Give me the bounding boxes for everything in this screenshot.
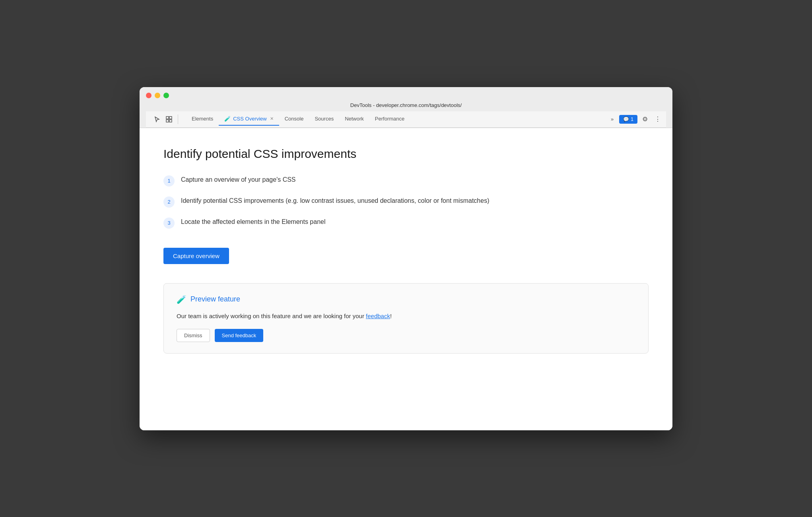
divider <box>178 115 178 124</box>
step-number-2: 2 <box>163 196 175 208</box>
tab-css-overview-label: CSS Overview <box>233 116 267 122</box>
preview-feature-title: Preview feature <box>190 295 240 303</box>
steps-list: 1 Capture an overview of your page's CSS… <box>163 175 649 229</box>
more-icon: ⋮ <box>655 115 661 123</box>
notification-count: 1 <box>631 117 633 122</box>
step-number-1: 1 <box>163 175 175 187</box>
tab-performance[interactable]: Performance <box>369 113 410 126</box>
preview-header: 🧪 Preview feature <box>177 295 635 304</box>
tab-toolbar <box>149 111 183 127</box>
step-item-2: 2 Identify potential CSS improvements (e… <box>163 196 649 208</box>
inspect-icon[interactable] <box>164 115 174 124</box>
tab-sources-label: Sources <box>315 116 334 122</box>
preview-feature-box: 🧪 Preview feature Our team is actively w… <box>163 283 649 354</box>
title-bar: DevTools - developer.chrome.com/tags/dev… <box>140 87 672 128</box>
step-text-3: Locate the affected elements in the Elem… <box>181 217 326 227</box>
tab-css-overview[interactable]: 🧪 CSS Overview ✕ <box>219 113 279 126</box>
maximize-button[interactable] <box>163 93 169 98</box>
chat-icon: 💬 <box>623 117 629 122</box>
feedback-link[interactable]: feedback <box>366 313 390 319</box>
cursor-icon[interactable] <box>152 115 162 124</box>
traffic-lights <box>146 93 666 98</box>
tabs-right-controls: » 💬 1 ⚙ ⋮ <box>608 114 663 124</box>
gear-icon: ⚙ <box>642 115 648 123</box>
preview-feature-text: Our team is actively working on this fea… <box>177 311 635 321</box>
step-number-3: 3 <box>163 218 175 229</box>
preview-body-text: Our team is actively working on this fea… <box>177 313 366 319</box>
close-button[interactable] <box>146 93 152 98</box>
flask-tab-icon: 🧪 <box>224 116 231 122</box>
step-item-1: 1 Capture an overview of your page's CSS <box>163 175 649 187</box>
tab-elements-label: Elements <box>192 116 213 122</box>
send-feedback-button[interactable]: Send feedback <box>215 329 264 342</box>
tab-performance-label: Performance <box>375 116 404 122</box>
tab-console-label: Console <box>285 116 304 122</box>
tab-network-label: Network <box>345 116 364 122</box>
svg-rect-3 <box>169 120 172 122</box>
svg-rect-1 <box>169 117 172 119</box>
notifications-button[interactable]: 💬 1 <box>619 115 637 124</box>
tab-network[interactable]: Network <box>339 113 369 126</box>
settings-button[interactable]: ⚙ <box>640 114 650 124</box>
svg-rect-0 <box>166 117 169 119</box>
tabs-row: Elements 🧪 CSS Overview ✕ Console Source… <box>146 111 666 128</box>
capture-overview-button[interactable]: Capture overview <box>163 248 229 264</box>
minimize-button[interactable] <box>155 93 160 98</box>
preview-body-suffix: ! <box>390 313 392 319</box>
devtools-window: DevTools - developer.chrome.com/tags/dev… <box>140 87 672 430</box>
main-content: Identify potential CSS improvements 1 Ca… <box>140 128 672 430</box>
more-options-button[interactable]: ⋮ <box>653 114 663 124</box>
preview-footer: Dismiss Send feedback <box>177 329 635 342</box>
dismiss-button[interactable]: Dismiss <box>177 329 210 342</box>
tab-sources[interactable]: Sources <box>309 113 339 126</box>
more-tabs-button[interactable]: » <box>608 114 617 124</box>
tab-close-icon[interactable]: ✕ <box>270 116 274 121</box>
svg-rect-2 <box>166 120 169 122</box>
step-item-3: 3 Locate the affected elements in the El… <box>163 217 649 229</box>
url-bar: DevTools - developer.chrome.com/tags/dev… <box>146 102 666 108</box>
tab-elements[interactable]: Elements <box>186 113 219 126</box>
step-text-2: Identify potential CSS improvements (e.g… <box>181 196 489 206</box>
page-title: Identify potential CSS improvements <box>163 147 649 161</box>
flask-icon: 🧪 <box>177 295 186 304</box>
step-text-1: Capture an overview of your page's CSS <box>181 175 296 185</box>
tab-console[interactable]: Console <box>279 113 309 126</box>
